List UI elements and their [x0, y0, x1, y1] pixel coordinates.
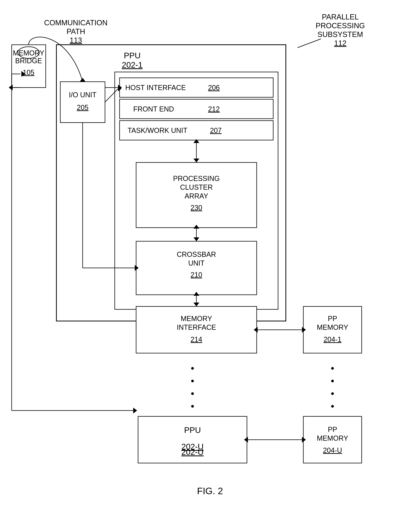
- comm-path-label2: PATH: [66, 27, 85, 36]
- comm-path-label1: COMMUNICATION: [44, 19, 108, 27]
- crossbar-label2: UNIT: [188, 259, 205, 267]
- processing-cluster-label1: PROCESSING: [173, 174, 220, 182]
- front-end-number: 212: [208, 105, 220, 113]
- host-interface-number: 206: [208, 84, 220, 92]
- processing-cluster-number: 230: [191, 204, 202, 212]
- pps-label1: PARALLEL: [322, 13, 359, 21]
- dots-4: •: [191, 401, 194, 412]
- pps-label2: PROCESSING: [316, 22, 365, 30]
- ppu-u-number-fix: 202-U: [181, 442, 204, 451]
- io-unit-number: 205: [77, 104, 88, 112]
- host-interface-label: HOST INTERFACE: [125, 84, 186, 92]
- pp-memory-1-label2: MEMORY: [317, 323, 348, 331]
- pps-arrow: [297, 39, 321, 48]
- processing-cluster-label2: CLUSTER: [180, 183, 213, 191]
- pp-dots-4: •: [331, 401, 334, 412]
- ppu-u-label: PPU: [184, 426, 201, 435]
- diagram-container: MEMORY BRIDGE 105 COMMUNICATION PATH 113…: [0, 0, 420, 508]
- pp-memory-u-number: 204-U: [323, 446, 342, 454]
- pp-memory-1-number: 204-1: [324, 336, 341, 344]
- pp-memory-u-label2: MEMORY: [317, 434, 348, 442]
- pp-dots-2: •: [331, 375, 334, 386]
- pps-number: 112: [334, 39, 346, 47]
- comm-path-number: 113: [70, 36, 82, 44]
- crossbar-unit-box: [136, 241, 257, 295]
- task-work-number: 207: [210, 127, 222, 134]
- pp-dots-3: •: [331, 388, 334, 399]
- ppu1-number: 202-1: [122, 60, 142, 69]
- memory-bridge-label1: MEMORY: [13, 49, 44, 57]
- task-work-label: TASK/WORK UNIT: [128, 127, 187, 134]
- io-unit-label1: I/O UNIT: [69, 91, 96, 99]
- memory-interface-label1: MEMORY: [181, 315, 212, 323]
- memory-interface-label2: INTERFACE: [177, 323, 216, 331]
- dots-3: •: [191, 388, 194, 399]
- io-unit-box: [60, 82, 105, 123]
- memory-bridge-number: 105: [23, 68, 34, 76]
- memory-interface-number: 214: [191, 336, 202, 344]
- pp-memory-u-label1: PP: [328, 426, 337, 433]
- bridge-bus-upper-left-arrow: [9, 85, 13, 90]
- fig-label: FIG. 2: [197, 486, 223, 496]
- crossbar-label1: CROSSBAR: [177, 250, 216, 258]
- memory-bridge-label2: BRIDGE: [15, 57, 42, 65]
- pp-memory-1-label1: PP: [328, 315, 337, 323]
- dots-2: •: [191, 375, 194, 386]
- crossbar-number: 210: [191, 271, 202, 279]
- pp-dots-1: •: [331, 363, 334, 374]
- ppu1-label: PPU: [124, 51, 140, 60]
- front-end-label: FRONT END: [133, 105, 174, 113]
- pps-label3: SUBSYSTEM: [317, 30, 363, 38]
- dots-1: •: [191, 363, 194, 374]
- processing-cluster-label3: ARRAY: [184, 192, 208, 200]
- bus-to-ppu-u-arrowhead: [133, 408, 137, 413]
